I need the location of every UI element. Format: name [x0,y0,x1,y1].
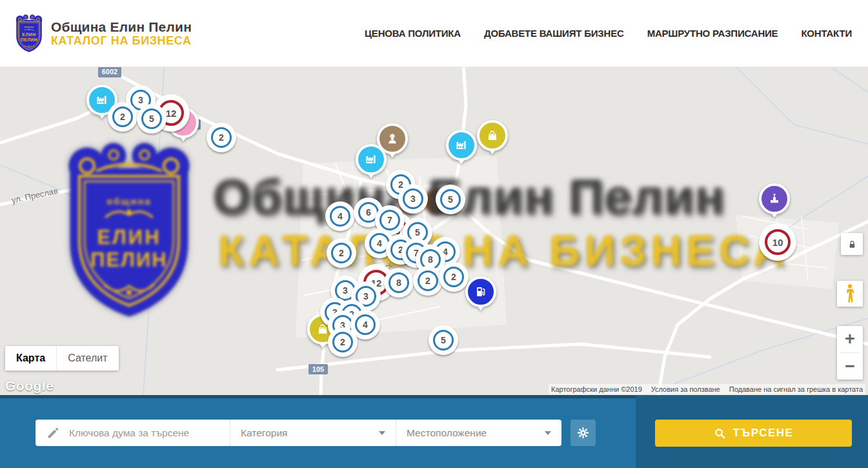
magnifier-icon [714,427,726,440]
pegman-icon [843,283,856,304]
search-button[interactable]: ТЪРСЕНЕ [655,420,852,447]
map-pin-factory[interactable] [446,130,477,161]
watermark-title: Община Елин Пелин [213,168,725,225]
map-pin-bag[interactable] [477,120,508,151]
cluster-count: 8 [396,278,401,288]
map-cluster[interactable]: 2 [328,327,358,357]
cluster-count: 4 [377,238,382,249]
map-type-map-button[interactable]: Карта [5,346,56,371]
pencil-icon [46,427,59,440]
keyword-field [35,420,230,446]
map-cluster[interactable]: 10 [759,223,796,261]
cluster-count: 5 [441,335,446,345]
road-shield: 105 [308,364,328,374]
header: Община Елин Пелин КАТАЛОГ НА БИЗНЕСА ЦЕН… [0,0,868,67]
cluster-count: 2 [219,132,224,143]
map-canvas[interactable]: Община Елин Пелин КАТАЛОГ НА БИЗНЕСА Кар… [0,66,868,395]
map-cluster[interactable]: 5 [436,185,465,214]
lock-control[interactable] [841,233,863,255]
cluster-count: 4 [363,320,368,330]
map-cluster[interactable]: 3 [398,184,428,214]
cluster-count: 2 [339,248,344,258]
zoom-control: + − [837,326,863,380]
map-attribution: Картографски данни ©2019 Условия за полз… [549,384,865,394]
google-logo[interactable]: Google [5,378,54,394]
zoom-out-button[interactable]: − [837,353,863,380]
map-cluster[interactable]: 4 [325,201,355,231]
attribution-report-error-link[interactable]: Подаване на сигнал за грешка в картата [729,385,863,393]
attribution-copyright: Картографски данни ©2019 [551,385,642,393]
cluster-count: 5 [149,114,154,124]
cluster-count: 2 [425,276,430,286]
map-pin-church[interactable] [759,183,790,214]
cluster-count: 3 [410,194,416,204]
watermark-subtitle: КАТАЛОГ НА БИЗНЕСА [218,226,789,275]
map-cluster[interactable]: 8 [384,268,414,298]
nav-add-your-business[interactable]: ДОБАВЕТЕ ВАШИЯТ БИЗНЕС [484,28,624,39]
cluster-count: 7 [387,215,392,225]
cluster-count: 8 [428,254,433,265]
search-button-label: ТЪРСЕНЕ [733,427,794,440]
cluster-count: 2 [340,337,345,347]
road-shield: 6002 [98,66,121,77]
municipality-crest-icon [13,14,45,54]
map-type-satellite-button[interactable]: Сателит [56,346,118,371]
category-select-label: Категория [241,427,287,439]
chevron-down-icon [545,431,551,435]
location-select-label: Местоположение [407,427,487,439]
cluster-count: 5 [415,227,420,238]
cluster-count: 2 [451,272,456,282]
keyword-search-input[interactable] [68,427,230,440]
map-type-control: Карта Сателит [5,346,119,371]
map-cluster[interactable]: 5 [429,325,458,355]
map-pin-factory[interactable] [356,144,387,175]
cluster-count: 6 [366,207,371,218]
gear-icon [577,427,589,439]
chevron-down-icon [379,431,385,435]
attribution-terms-link[interactable]: Условия за ползване [651,385,720,393]
map-cluster[interactable]: 2 [413,266,443,296]
map-cluster[interactable]: 2 [207,123,236,152]
map-cluster[interactable]: 5 [137,104,167,134]
cluster-count: 10 [772,237,783,248]
nav-pricing-policy[interactable]: ЦЕНОВА ПОЛИТИКА [365,28,461,39]
cluster-count: 3 [343,285,348,296]
street-view-pegman[interactable] [837,281,863,307]
nav-contacts[interactable]: КОНТАКТИ [801,28,852,39]
cluster-count: 12 [166,108,177,119]
cluster-count: 3 [138,95,143,105]
cluster-count: 4 [338,211,343,221]
search-bar: Категория Местоположение ТЪРСЕНЕ [0,395,868,468]
lock-icon [847,239,857,249]
site-subtitle: КАТАЛОГ НА БИЗНЕСА [51,34,192,47]
location-select[interactable]: Местоположение [396,420,561,446]
cluster-count: 2 [120,112,125,122]
watermark-crest [55,139,203,323]
site-logo[interactable]: Община Елин Пелин КАТАЛОГ НА БИЗНЕСА [13,14,192,54]
map-cluster[interactable]: 2 [439,262,469,292]
main-nav: ЦЕНОВА ПОЛИТИКА ДОБАВЕТЕ ВАШИЯТ БИЗНЕС М… [365,28,852,39]
map-cluster[interactable]: 2 [108,102,137,132]
map-cluster[interactable]: 2 [327,238,356,268]
advanced-settings-button[interactable] [570,420,596,446]
cluster-count: 5 [448,194,453,205]
zoom-in-button[interactable]: + [837,326,863,352]
site-title: Община Елин Пелин [51,19,192,35]
category-select[interactable]: Категория [230,420,396,446]
nav-route-schedule[interactable]: МАРШРУТНО РАЗПИСАНИЕ [647,28,778,39]
cluster-count: 3 [363,291,368,301]
map-pin-fuel[interactable] [465,276,496,307]
